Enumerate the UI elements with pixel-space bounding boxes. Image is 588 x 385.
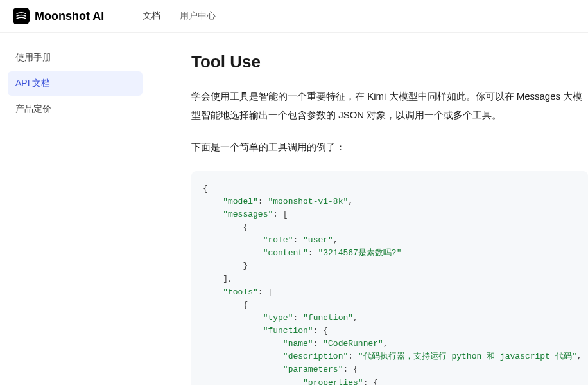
nav-docs[interactable]: 文档	[143, 10, 160, 22]
intro-paragraph-2: 下面是一个简单的工具调用的例子：	[191, 138, 588, 157]
intro-paragraph-1: 学会使用工具是智能的一个重要特征，在 Kimi 大模型中同样如此。你可以在 Me…	[191, 87, 588, 124]
code-example: { "model": "moonshot-v1-8k", "messages":…	[191, 171, 588, 386]
top-nav: 文档 用户中心	[143, 10, 216, 22]
logo[interactable]: Moonshot AI	[13, 8, 104, 24]
nav-user-center[interactable]: 用户中心	[180, 10, 216, 22]
moonshot-logo-icon	[13, 8, 30, 24]
brand-name: Moonshot AI	[35, 10, 104, 23]
header: Moonshot AI 文档 用户中心	[0, 0, 588, 33]
main-content: Tool Use 学会使用工具是智能的一个重要特征，在 Kimi 大模型中同样如…	[150, 33, 588, 385]
sidebar-item-pricing[interactable]: 产品定价	[8, 97, 143, 121]
sidebar-item-api-docs[interactable]: API 文档	[8, 71, 143, 96]
page-title: Tool Use	[191, 52, 588, 72]
sidebar-item-manual[interactable]: 使用手册	[8, 46, 143, 70]
sidebar: 使用手册 API 文档 产品定价	[0, 33, 150, 385]
